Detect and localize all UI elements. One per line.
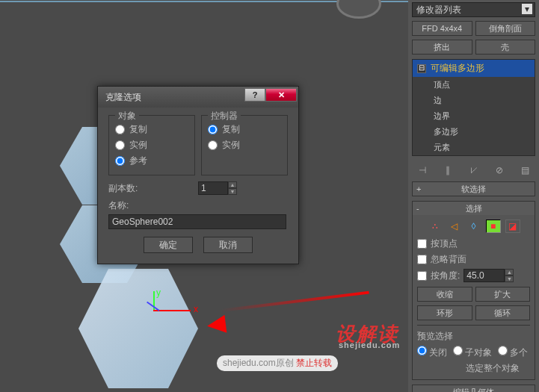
stack-border[interactable]: 边界 bbox=[413, 108, 535, 124]
vertex-mode-icon[interactable]: ∴ bbox=[428, 220, 443, 233]
help-button[interactable]: ? bbox=[244, 88, 265, 102]
copies-input[interactable] bbox=[198, 181, 228, 195]
stack-polygon[interactable]: 多边形 bbox=[413, 124, 535, 140]
radio-off[interactable]: 关闭 bbox=[417, 346, 447, 359]
radio-reference[interactable]: 参考 bbox=[115, 155, 188, 167]
stack-vertex[interactable]: 顶点 bbox=[413, 77, 535, 93]
subobject-mode: ∴ ◁ ◊ ■ ◪ bbox=[417, 220, 530, 233]
grow-button[interactable]: 扩大 bbox=[475, 287, 531, 302]
footer-watermark: shejiedu.com原创 禁止转载 bbox=[217, 355, 338, 371]
spin-up-icon[interactable]: ▲ bbox=[505, 269, 514, 276]
extrude-button[interactable]: 挤出 bbox=[412, 40, 472, 55]
angle-input[interactable] bbox=[463, 269, 505, 282]
by-vertex-check[interactable]: 按顶点 bbox=[417, 237, 530, 250]
transform-gizmo[interactable] bbox=[123, 291, 191, 336]
radio-multi[interactable]: 多个 bbox=[498, 346, 528, 359]
modifier-list-dropdown[interactable]: 修改器列表 bbox=[412, 2, 535, 17]
pin-icon[interactable]: ⊣ bbox=[415, 164, 430, 177]
copies-label: 副本数: bbox=[108, 182, 198, 195]
dialog-title: 克隆选项 bbox=[105, 91, 141, 104]
by-angle-check[interactable] bbox=[417, 271, 427, 281]
object-legend: 对象 bbox=[115, 110, 139, 122]
unique-icon[interactable]: ⩗ bbox=[466, 164, 481, 177]
element-mode-icon[interactable]: ◪ bbox=[505, 220, 520, 233]
radio-ctrl-copy[interactable]: 复制 bbox=[208, 123, 281, 136]
clone-options-dialog: 克隆选项 ? ✕ 对象 复制 实例 参考 控制器 复制 实例 副本数: ▲▼ bbox=[97, 86, 299, 264]
dialog-titlebar[interactable]: 克隆选项 ? ✕ bbox=[98, 87, 298, 108]
controller-group: 控制器 复制 实例 bbox=[201, 115, 288, 175]
radio-copy[interactable]: 复制 bbox=[115, 123, 188, 136]
remove-icon[interactable]: ⊘ bbox=[492, 164, 507, 177]
radio-subobj[interactable]: 子对象 bbox=[453, 346, 492, 359]
ignore-backface-check[interactable]: 忽略背面 bbox=[417, 253, 530, 266]
radio-instance[interactable]: 实例 bbox=[115, 139, 188, 152]
controller-legend: 控制器 bbox=[208, 110, 241, 122]
chamfer-button[interactable]: 倒角剖面 bbox=[475, 21, 536, 36]
by-angle-label: 按角度: bbox=[431, 270, 460, 282]
stack-toolbar: ⊣ ∥ ⩗ ⊘ ▤ bbox=[412, 164, 535, 177]
rollout-select[interactable]: 选择 bbox=[413, 202, 535, 215]
polygon-mode-icon[interactable]: ■ bbox=[486, 220, 501, 233]
spin-up-icon[interactable]: ▲ bbox=[228, 181, 237, 188]
ok-button[interactable]: 确定 bbox=[144, 237, 193, 253]
spin-down-icon[interactable]: ▼ bbox=[505, 276, 514, 282]
copies-spinner[interactable]: ▲▼ bbox=[198, 181, 237, 195]
stack-editable-poly[interactable]: 可编辑多边形 bbox=[413, 60, 535, 77]
cancel-button[interactable]: 取消 bbox=[203, 237, 253, 253]
close-button[interactable]: ✕ bbox=[265, 88, 297, 102]
shell-button[interactable]: 壳 bbox=[475, 40, 536, 55]
ffd-button[interactable]: FFD 4x4x4 bbox=[412, 21, 472, 36]
radio-ctrl-instance[interactable]: 实例 bbox=[208, 139, 281, 152]
modifier-panel: 修改器列表 FFD 4x4x4 倒角剖面 挤出 壳 可编辑多边形 顶点 边 边界… bbox=[408, 0, 539, 392]
border-mode-icon[interactable]: ◊ bbox=[466, 220, 481, 233]
config-icon[interactable]: ▤ bbox=[517, 164, 532, 177]
angle-spinner[interactable]: ▲▼ bbox=[463, 269, 514, 282]
brand-watermark: 设解读 shejiedu.com bbox=[336, 321, 398, 347]
modifier-stack[interactable]: 可编辑多边形 顶点 边 边界 多边形 元素 bbox=[412, 59, 535, 156]
select-whole-label: 选定整个对象 bbox=[417, 362, 530, 375]
name-input[interactable] bbox=[108, 214, 286, 229]
preview-label: 预览选择 bbox=[417, 330, 530, 343]
viewcube-icon[interactable] bbox=[336, 0, 381, 19]
shrink-button[interactable]: 收缩 bbox=[417, 287, 472, 302]
edge-mode-icon[interactable]: ◁ bbox=[447, 220, 462, 233]
stack-element[interactable]: 元素 bbox=[413, 140, 535, 155]
loop-button[interactable]: 循环 bbox=[475, 305, 531, 320]
rollout-editgeo[interactable]: 编辑几何体 bbox=[413, 385, 535, 392]
name-label: 名称: bbox=[108, 199, 198, 212]
object-group: 对象 复制 实例 参考 bbox=[108, 115, 195, 175]
spin-down-icon[interactable]: ▼ bbox=[228, 188, 237, 195]
ring-button[interactable]: 环形 bbox=[417, 305, 472, 320]
show-end-icon[interactable]: ∥ bbox=[440, 164, 455, 177]
stack-edge[interactable]: 边 bbox=[413, 93, 535, 108]
rollout-softselect[interactable]: 软选择 bbox=[413, 182, 535, 196]
